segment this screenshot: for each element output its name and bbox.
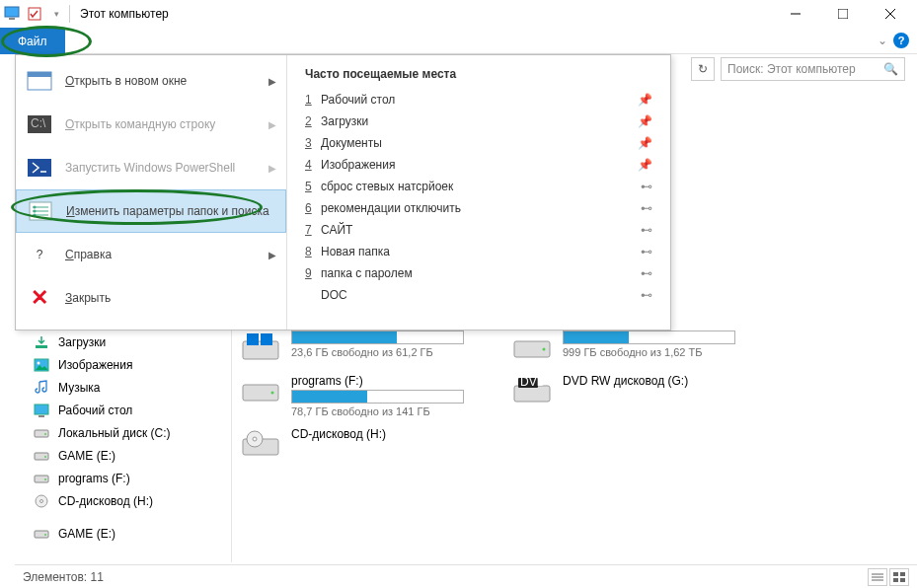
recent-item[interactable]: 1 Рабочий стол 📌 bbox=[293, 89, 664, 110]
sidebar-item[interactable]: Загрузки bbox=[33, 331, 231, 353]
recent-item[interactable]: 8 Новая папка ⊷ bbox=[293, 241, 664, 262]
drive-info: 23,6 ГБ свободно из 61,2 ГБ bbox=[291, 346, 487, 358]
help-icon[interactable]: ? bbox=[893, 33, 909, 48]
pin-filled-icon[interactable]: 📌 bbox=[638, 114, 652, 128]
recent-item[interactable]: 3 Документы 📌 bbox=[293, 132, 664, 154]
sidebar-item[interactable]: Рабочий стол bbox=[33, 399, 231, 421]
dropdown-icon[interactable]: ▾ bbox=[47, 5, 65, 23]
drive-item[interactable]: 999 ГБ свободно из 1,62 ТБ bbox=[511, 331, 758, 364]
view-icons-button[interactable] bbox=[889, 568, 909, 586]
recent-index: 7 bbox=[305, 223, 321, 237]
recent-item[interactable]: 6 рекомендации отключить ⊷ bbox=[293, 197, 664, 219]
svg-rect-51 bbox=[900, 572, 905, 576]
sidebar-item[interactable]: Музыка bbox=[33, 376, 231, 399]
menu-open-new-window[interactable]: Открыть в новом окне ▶ bbox=[16, 59, 286, 103]
sidebar-label: CD-дисковод (H:) bbox=[58, 494, 153, 508]
image-icon bbox=[33, 357, 50, 373]
sidebar-label: GAME (E:) bbox=[58, 527, 115, 541]
recent-label: САЙТ bbox=[321, 223, 641, 237]
sidebar-item[interactable]: Изображения bbox=[33, 353, 231, 376]
drive-item[interactable]: programs (F:)78,7 ГБ свободно из 141 ГБ bbox=[240, 374, 487, 417]
svg-point-29 bbox=[44, 478, 46, 480]
pin-outline-icon[interactable]: ⊷ bbox=[641, 288, 652, 302]
svg-rect-53 bbox=[900, 578, 905, 582]
file-menu-recent: Часто посещаемые места 1 Рабочий стол 📌2… bbox=[287, 55, 670, 330]
sidebar-item[interactable]: GAME (E:) bbox=[33, 444, 231, 467]
menu-help[interactable]: ? Справка ▶ bbox=[16, 233, 286, 276]
pin-outline-icon[interactable]: ⊷ bbox=[641, 223, 652, 237]
window-controls bbox=[773, 0, 913, 28]
pin-outline-icon[interactable]: ⊷ bbox=[641, 245, 652, 258]
sidebar-label: programs (F:) bbox=[58, 472, 130, 485]
recent-index: 6 bbox=[305, 201, 321, 215]
svg-text:DVD: DVD bbox=[520, 376, 546, 389]
svg-point-25 bbox=[44, 433, 46, 435]
sidebar-label: Изображения bbox=[58, 358, 132, 372]
recent-item[interactable]: 2 Загрузки 📌 bbox=[293, 110, 664, 132]
sidebar-item[interactable]: Локальный диск (C:) bbox=[33, 421, 231, 444]
pin-filled-icon[interactable]: 📌 bbox=[638, 136, 652, 150]
drive-item[interactable]: CD-дисковод (H:) bbox=[240, 427, 487, 461]
disk-icon bbox=[33, 448, 50, 464]
window-icon bbox=[26, 67, 53, 95]
recent-item[interactable]: 4 Изображения 📌 bbox=[293, 154, 664, 176]
pin-outline-icon[interactable]: ⊷ bbox=[641, 180, 652, 193]
recent-item[interactable]: 7 САЙТ ⊷ bbox=[293, 219, 664, 241]
recent-label: Документы bbox=[321, 136, 638, 150]
chevron-right-icon: ▶ bbox=[268, 119, 276, 130]
menu-label: Открыть в новом окне bbox=[65, 74, 187, 88]
pin-filled-icon[interactable]: 📌 bbox=[638, 93, 652, 107]
status-text: Элементов: 11 bbox=[23, 570, 104, 584]
pin-outline-icon[interactable]: ⊷ bbox=[641, 266, 652, 280]
svg-rect-26 bbox=[35, 453, 48, 460]
sidebar-item[interactable]: programs (F:) bbox=[33, 467, 231, 489]
properties-icon[interactable] bbox=[26, 5, 43, 23]
recent-label: Рабочий стол bbox=[321, 93, 638, 107]
win-icon bbox=[240, 331, 281, 364]
sidebar-label: Рабочий стол bbox=[58, 404, 132, 417]
sidebar-label: Загрузки bbox=[58, 335, 106, 349]
svg-rect-35 bbox=[247, 333, 259, 345]
recent-index: 3 bbox=[305, 136, 321, 150]
recent-index: 8 bbox=[305, 245, 321, 258]
pin-filled-icon[interactable]: 📌 bbox=[638, 158, 652, 172]
menu-close[interactable]: ✕ Закрыть bbox=[16, 276, 286, 320]
recent-item[interactable]: 9 папка с паролем ⊷ bbox=[293, 262, 664, 284]
minimize-button[interactable] bbox=[773, 0, 818, 28]
drive-usage-bar bbox=[291, 331, 464, 344]
recent-item[interactable]: DOC ⊷ bbox=[293, 284, 664, 306]
recent-header: Часто посещаемые места bbox=[293, 63, 664, 89]
help-icon: ? bbox=[26, 241, 53, 268]
svg-point-21 bbox=[38, 361, 40, 364]
recent-index: 9 bbox=[305, 266, 321, 280]
sidebar-item[interactable]: GAME (E:) bbox=[33, 522, 231, 545]
svg-point-27 bbox=[44, 456, 46, 458]
drive-item[interactable]: DVD DVD RW дисковод (G:) bbox=[511, 374, 758, 417]
recent-item[interactable]: 5 сброс стевых натсрйоек ⊷ bbox=[293, 176, 664, 197]
refresh-button[interactable]: ↻ bbox=[691, 57, 715, 81]
menu-folder-options[interactable]: Изменить параметры папок и поиска bbox=[16, 189, 286, 233]
search-input[interactable]: Поиск: Этот компьютер 🔍 bbox=[721, 57, 905, 81]
sidebar-item[interactable]: CD-дисковод (H:) bbox=[33, 489, 231, 512]
recent-index: 2 bbox=[305, 114, 321, 128]
computer-icon bbox=[4, 5, 22, 23]
recent-label: сброс стевых натсрйоек bbox=[321, 180, 641, 193]
sidebar-label: Музыка bbox=[58, 381, 100, 395]
drive-item[interactable]: 23,6 ГБ свободно из 61,2 ГБ bbox=[240, 331, 487, 364]
close-button[interactable] bbox=[868, 0, 913, 28]
download-icon bbox=[33, 334, 50, 350]
view-details-button[interactable] bbox=[868, 568, 887, 586]
svg-rect-4 bbox=[838, 9, 848, 19]
ribbon: Файл ⌄ ? bbox=[0, 28, 917, 54]
ribbon-expand-icon[interactable]: ⌄ bbox=[878, 34, 887, 47]
pin-outline-icon[interactable]: ⊷ bbox=[641, 201, 652, 215]
svg-point-46 bbox=[253, 437, 257, 441]
chevron-right-icon: ▶ bbox=[268, 250, 276, 260]
menu-label: Изменить параметры папок и поиска bbox=[66, 204, 269, 218]
maximize-button[interactable] bbox=[820, 0, 866, 28]
svg-point-40 bbox=[271, 392, 274, 395]
separator bbox=[69, 5, 70, 23]
window-title: Этот компьютер bbox=[80, 7, 169, 21]
recent-index: 4 bbox=[305, 158, 321, 172]
file-tab[interactable]: Файл bbox=[0, 28, 65, 54]
